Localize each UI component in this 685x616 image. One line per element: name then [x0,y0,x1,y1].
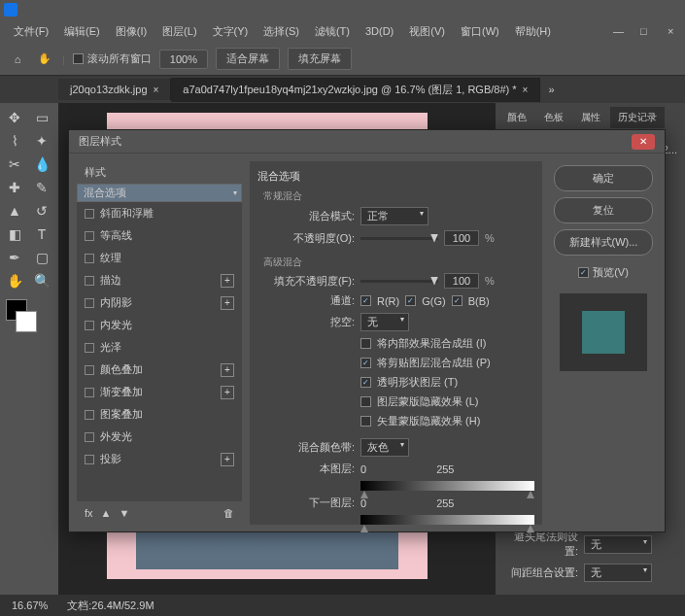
blend-mode-select[interactable]: 正常 [360,207,428,225]
shape-tool-icon[interactable]: ▢ [29,247,54,268]
spacing-select[interactable]: 无 [584,564,652,582]
menu-help[interactable]: 帮助(H) [509,22,557,41]
fit-screen-button[interactable]: 适合屏幕 [216,48,280,70]
style-item-5[interactable]: 内阴影+ [77,291,242,314]
style-item-4[interactable]: 描边+ [77,269,242,291]
blend-option-checkbox[interactable] [360,416,371,427]
fill-opacity-slider[interactable] [360,280,438,283]
style-checkbox[interactable] [85,365,94,375]
history-brush-icon[interactable]: ↺ [29,200,54,222]
panel-tab-properties[interactable]: 属性 [573,107,608,128]
channel-b-checkbox[interactable] [452,295,462,306]
style-item-9[interactable]: 渐变叠加+ [77,381,242,403]
new-style-button[interactable]: 新建样式(W)... [554,229,653,256]
add-effect-icon[interactable]: + [221,296,234,310]
menu-window[interactable]: 窗口(W) [455,22,505,41]
tab-close-icon[interactable]: × [154,85,159,95]
dialog-titlebar[interactable]: 图层样式 ✕ [69,130,665,154]
blend-option-checkbox[interactable] [360,338,371,349]
menu-filter[interactable]: 滤镜(T) [309,22,356,41]
type-tool-icon[interactable]: T [29,223,54,245]
tabs-overflow-icon[interactable]: » [540,79,562,100]
panel-tab-history[interactable]: 历史记录 [610,107,665,128]
down-icon[interactable]: ▼ [119,507,129,519]
style-checkbox[interactable] [85,432,94,442]
zoom-level[interactable]: 16.67% [12,599,48,611]
style-checkbox[interactable] [85,231,94,241]
crop-tool-icon[interactable]: ✂ [2,154,27,175]
style-checkbox[interactable] [85,455,94,464]
menu-select[interactable]: 选择(S) [257,22,305,41]
close-icon[interactable]: × [662,23,677,39]
knockout-select[interactable]: 无 [360,313,409,331]
channel-r-checkbox[interactable] [360,295,371,306]
menu-image[interactable]: 图像(I) [110,22,153,41]
up-icon[interactable]: ▲ [101,507,112,519]
add-effect-icon[interactable]: + [221,386,234,399]
healing-tool-icon[interactable]: ✚ [2,177,27,198]
style-item-0[interactable]: 混合选项 [77,184,242,202]
opacity-slider[interactable] [360,237,438,240]
tab-doc1[interactable]: j20qo13zdkk.jpg× [58,79,171,100]
under-layer-gradient[interactable] [360,515,534,525]
add-effect-icon[interactable]: + [221,453,234,466]
menu-file[interactable]: 文件(F) [8,22,54,41]
style-item-1[interactable]: 斜面和浮雕 [77,202,242,224]
menu-layer[interactable]: 图层(L) [156,22,202,41]
hand-tool-icon[interactable]: ✋ [2,270,27,291]
minimize-icon[interactable]: — [607,23,623,39]
style-item-8[interactable]: 颜色叠加+ [77,359,242,381]
background-color[interactable] [16,311,37,332]
blend-option-checkbox[interactable] [360,377,371,388]
marquee-tool-icon[interactable]: ▭ [29,107,54,128]
style-item-12[interactable]: 投影+ [77,448,242,470]
kerning-select[interactable]: 无 [584,535,652,554]
this-layer-gradient[interactable] [360,481,534,491]
home-icon[interactable]: ⌂ [8,50,27,69]
channel-g-checkbox[interactable] [405,295,416,306]
move-tool-icon[interactable]: ✥ [2,107,27,128]
opacity-input[interactable]: 100 [444,230,479,246]
style-item-3[interactable]: 纹理 [77,247,242,269]
style-checkbox[interactable] [85,298,94,308]
style-checkbox[interactable] [85,254,94,263]
trash-icon[interactable]: 🗑 [223,507,234,519]
scroll-all-windows-checkbox[interactable]: 滚动所有窗口 [73,51,152,66]
wand-tool-icon[interactable]: ✦ [29,130,54,152]
eraser-tool-icon[interactable]: ◧ [2,223,27,245]
brush-tool-icon[interactable]: ✎ [29,177,54,198]
panel-tab-color[interactable]: 颜色 [499,107,534,128]
panel-tab-swatches[interactable]: 色板 [536,107,571,128]
menu-3d[interactable]: 3D(D) [360,23,399,39]
style-item-11[interactable]: 外发光 [77,426,242,448]
style-checkbox[interactable] [85,321,94,330]
stamp-tool-icon[interactable]: ▲ [2,200,27,222]
style-item-7[interactable]: 光泽 [77,336,242,359]
style-item-2[interactable]: 等高线 [77,224,242,247]
zoom-tool-icon[interactable]: 🔍 [29,270,54,291]
menu-type[interactable]: 文字(Y) [207,22,255,41]
zoom-100-button[interactable]: 100% [159,50,208,69]
dialog-close-icon[interactable]: ✕ [632,134,655,150]
style-checkbox[interactable] [85,410,94,420]
hand-tool-icon[interactable]: ✋ [35,50,54,69]
lasso-tool-icon[interactable]: ⌇ [2,130,27,152]
style-item-6[interactable]: 内发光 [77,314,242,336]
style-checkbox[interactable] [85,388,94,397]
style-checkbox[interactable] [85,276,94,286]
eyedropper-tool-icon[interactable]: 💧 [29,154,54,175]
style-checkbox[interactable] [85,343,94,353]
style-item-10[interactable]: 图案叠加 [77,403,242,426]
reset-button[interactable]: 复位 [554,197,653,223]
ok-button[interactable]: 确定 [554,165,653,191]
tab-close-icon[interactable]: × [523,85,529,95]
maximize-icon[interactable]: □ [634,23,650,39]
style-checkbox[interactable] [85,209,94,219]
preview-checkbox[interactable] [578,267,589,278]
menu-edit[interactable]: 编辑(E) [58,22,106,41]
fill-opacity-input[interactable]: 100 [444,273,479,289]
menu-view[interactable]: 视图(V) [403,22,451,41]
fill-screen-button[interactable]: 填充屏幕 [288,48,352,70]
blend-option-checkbox[interactable] [360,358,371,368]
blend-if-select[interactable]: 灰色 [360,438,409,457]
